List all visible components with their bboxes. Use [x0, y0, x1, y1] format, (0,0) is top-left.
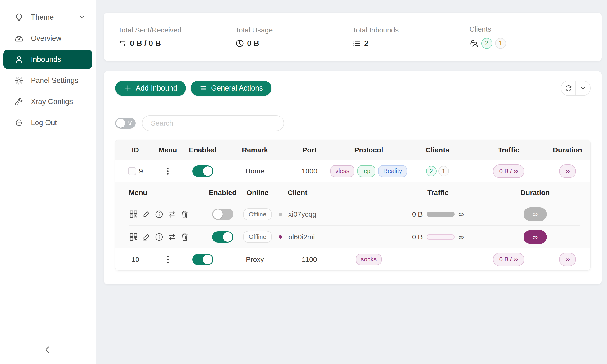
- subcol-traffic: Traffic: [383, 182, 492, 203]
- plus-icon: [124, 84, 132, 92]
- client-enabled-toggle[interactable]: [212, 208, 233, 220]
- stat-label: Clients: [469, 25, 587, 33]
- inbound-remark: Proxy: [246, 256, 264, 263]
- inbound-enabled-toggle[interactable]: [192, 165, 213, 177]
- protocol-tag: tcp: [357, 165, 376, 177]
- stat-total-sent-received: Total Sent/Received 0 B / 0 B: [118, 26, 235, 48]
- subcol-client: Client: [277, 182, 383, 203]
- sidebar-item-xray-configs[interactable]: Xray Configs: [3, 92, 92, 111]
- sidebar-item-inbounds[interactable]: Inbounds: [3, 50, 92, 69]
- refresh-button[interactable]: [561, 81, 576, 95]
- qr-code-icon[interactable]: [129, 232, 138, 242]
- traffic-pill: 0 B / ∞: [493, 165, 524, 178]
- traffic-pill: 0 B / ∞: [493, 253, 524, 266]
- qr-code-icon[interactable]: [129, 209, 138, 219]
- stat-label: Total Sent/Received: [118, 26, 235, 34]
- subcol-menu: Menu: [129, 182, 207, 203]
- col-port: Port: [285, 140, 334, 160]
- refresh-split-button: [561, 80, 591, 96]
- pie-chart-icon: [235, 39, 244, 48]
- delete-icon[interactable]: [180, 209, 189, 219]
- transfer-arrows-icon: [118, 39, 127, 48]
- client-row-xi07ycqg: Offline xi07ycqg 0 B ∞ ∞: [129, 203, 580, 226]
- collapse-row-button[interactable]: −: [128, 167, 136, 175]
- col-menu: Menu: [155, 140, 180, 160]
- stats-card: Total Sent/Received 0 B / 0 B Total Usag…: [104, 13, 602, 61]
- general-actions-button[interactable]: General Actions: [191, 80, 272, 96]
- hamburger-icon: [199, 84, 207, 92]
- stat-clients: Clients 2 1: [469, 25, 587, 49]
- info-icon[interactable]: [154, 232, 164, 242]
- client-duration-pill[interactable]: ∞: [524, 207, 547, 221]
- sidebar-item-overview[interactable]: Overview: [3, 29, 92, 48]
- sidebar-item-panel-settings[interactable]: Panel Settings: [3, 71, 92, 90]
- sidebar-item-log-out[interactable]: Log Out: [3, 113, 92, 132]
- clients-subtable: Menu Enabled Online Client Traffic Durat…: [116, 182, 590, 248]
- traffic-progress-bar: [427, 234, 455, 240]
- main-content: Total Sent/Received 0 B / 0 B Total Usag…: [95, 0, 607, 364]
- row-menu-button[interactable]: [165, 254, 171, 265]
- traffic-progress-bar: [427, 212, 455, 217]
- row-menu-button[interactable]: [165, 166, 171, 177]
- subcol-online: Online: [238, 182, 277, 203]
- user-icon: [14, 55, 24, 64]
- delete-icon[interactable]: [180, 232, 189, 242]
- inbound-enabled-toggle[interactable]: [192, 254, 213, 265]
- subcol-duration: Duration: [492, 182, 578, 203]
- sidebar-item-label: Inbounds: [31, 55, 61, 64]
- search-row: [104, 104, 602, 140]
- list-icon: [352, 39, 361, 48]
- general-actions-label: General Actions: [211, 84, 263, 92]
- online-status-badge: Offline: [243, 208, 272, 221]
- funnel-icon: [127, 120, 133, 126]
- logout-icon: [14, 118, 24, 128]
- stat-value: 0 B: [247, 39, 259, 48]
- client-duration-pill[interactable]: ∞: [524, 230, 547, 244]
- traffic-quota: ∞: [458, 233, 464, 242]
- client-traffic-value: 0 B: [412, 210, 423, 218]
- reset-traffic-icon[interactable]: [167, 209, 177, 219]
- filter-toggle[interactable]: [115, 118, 136, 129]
- clients-online-badge: 2: [481, 38, 492, 49]
- stat-label: Total Usage: [235, 26, 352, 34]
- col-clients: Clients: [403, 140, 472, 160]
- inbounds-table: ID Menu Enabled Remark Port Protocol Cli…: [115, 140, 591, 271]
- client-name: ol60i2mi: [288, 233, 315, 241]
- protocol-tag: vless: [330, 165, 354, 177]
- col-id: ID: [116, 140, 155, 160]
- sidebar-item-theme[interactable]: Theme: [3, 8, 92, 27]
- add-inbound-button[interactable]: Add Inbound: [115, 80, 186, 96]
- stat-total-usage: Total Usage 0 B: [235, 26, 352, 48]
- reset-traffic-icon[interactable]: [167, 232, 177, 242]
- toggle-knob: [116, 119, 125, 128]
- edit-icon[interactable]: [142, 232, 151, 242]
- subcol-enabled: Enabled: [207, 182, 238, 203]
- inbound-id: 9: [139, 167, 143, 175]
- refresh-options-button[interactable]: [576, 81, 590, 95]
- duration-pill: ∞: [559, 253, 576, 266]
- stat-label: Total Inbounds: [352, 26, 469, 34]
- search-input[interactable]: [142, 116, 284, 131]
- sidebar-collapse-button[interactable]: [40, 342, 55, 357]
- edit-icon[interactable]: [142, 209, 151, 219]
- sidebar-item-label: Panel Settings: [31, 76, 78, 85]
- info-icon[interactable]: [154, 209, 164, 219]
- online-status-badge: Offline: [243, 231, 272, 243]
- stat-value: 2: [364, 39, 369, 48]
- stat-total-inbounds: Total Inbounds 2: [352, 26, 469, 48]
- table-row-inbound-9: − 9 Home 1000 vless tcp Reality 2: [116, 160, 590, 182]
- inbounds-panel: Add Inbound General Actions: [104, 71, 602, 284]
- stat-value: 0 B / 0 B: [130, 39, 161, 48]
- lightbulb-icon: [14, 13, 24, 22]
- client-enabled-toggle[interactable]: [212, 231, 233, 243]
- add-inbound-label: Add Inbound: [136, 84, 177, 92]
- client-status-dot: [279, 213, 282, 216]
- chevron-down-icon: [79, 14, 86, 21]
- inbound-port: 1100: [302, 256, 317, 263]
- col-remark: Remark: [225, 140, 285, 160]
- inbound-id: 10: [131, 256, 139, 263]
- people-icon: [469, 39, 478, 48]
- col-enabled: Enabled: [180, 140, 225, 160]
- client-traffic-value: 0 B: [412, 233, 423, 241]
- client-name: xi07ycqg: [288, 210, 316, 218]
